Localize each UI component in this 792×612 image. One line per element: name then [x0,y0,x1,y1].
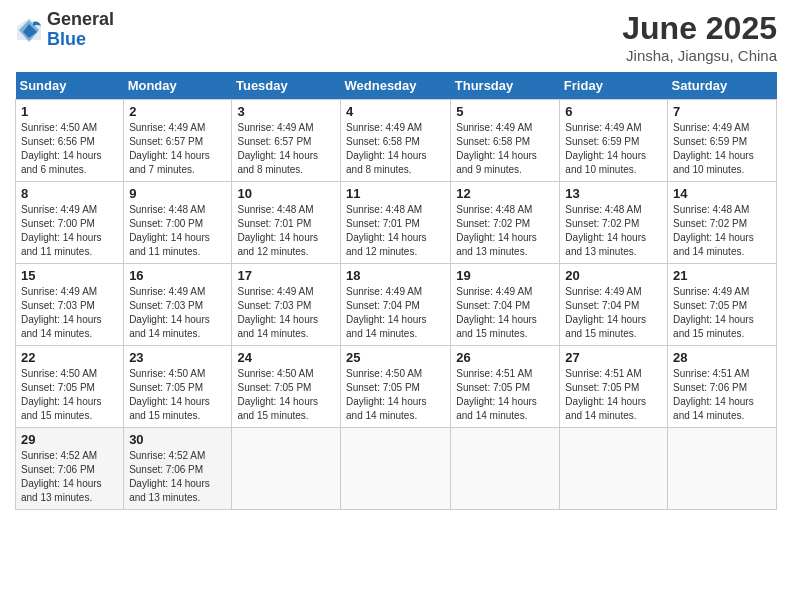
day-number: 17 [237,268,335,283]
calendar-week-row: 15Sunrise: 4:49 AMSunset: 7:03 PMDayligh… [16,264,777,346]
sunrise-text: Sunrise: 4:50 AM [21,368,97,379]
table-row: 2Sunrise: 4:49 AMSunset: 6:57 PMDaylight… [124,100,232,182]
table-row: 18Sunrise: 4:49 AMSunset: 7:04 PMDayligh… [341,264,451,346]
sunrise-text: Sunrise: 4:51 AM [565,368,641,379]
daylight-text: Daylight: 14 hours and 7 minutes. [129,150,210,175]
day-info: Sunrise: 4:51 AMSunset: 7:05 PMDaylight:… [565,367,662,423]
day-number: 14 [673,186,771,201]
sunset-text: Sunset: 6:56 PM [21,136,95,147]
table-row: 21Sunrise: 4:49 AMSunset: 7:05 PMDayligh… [668,264,777,346]
daylight-text: Daylight: 14 hours and 14 minutes. [673,232,754,257]
sunrise-text: Sunrise: 4:52 AM [21,450,97,461]
table-row [560,428,668,510]
sunset-text: Sunset: 6:58 PM [456,136,530,147]
daylight-text: Daylight: 14 hours and 13 minutes. [565,232,646,257]
day-info: Sunrise: 4:49 AMSunset: 7:03 PMDaylight:… [21,285,118,341]
daylight-text: Daylight: 14 hours and 10 minutes. [565,150,646,175]
table-row: 27Sunrise: 4:51 AMSunset: 7:05 PMDayligh… [560,346,668,428]
table-row: 30Sunrise: 4:52 AMSunset: 7:06 PMDayligh… [124,428,232,510]
table-row: 12Sunrise: 4:48 AMSunset: 7:02 PMDayligh… [451,182,560,264]
page: General Blue June 2025 Jinsha, Jiangsu, … [0,0,792,612]
day-info: Sunrise: 4:51 AMSunset: 7:06 PMDaylight:… [673,367,771,423]
day-info: Sunrise: 4:49 AMSunset: 6:57 PMDaylight:… [237,121,335,177]
sunset-text: Sunset: 7:05 PM [456,382,530,393]
day-number: 26 [456,350,554,365]
sunset-text: Sunset: 6:58 PM [346,136,420,147]
day-info: Sunrise: 4:49 AMSunset: 7:04 PMDaylight:… [456,285,554,341]
day-number: 18 [346,268,445,283]
sunset-text: Sunset: 7:05 PM [673,300,747,311]
daylight-text: Daylight: 14 hours and 14 minutes. [565,396,646,421]
table-row: 8Sunrise: 4:49 AMSunset: 7:00 PMDaylight… [16,182,124,264]
day-info: Sunrise: 4:49 AMSunset: 6:57 PMDaylight:… [129,121,226,177]
daylight-text: Daylight: 14 hours and 14 minutes. [456,396,537,421]
day-info: Sunrise: 4:50 AMSunset: 6:56 PMDaylight:… [21,121,118,177]
daylight-text: Daylight: 14 hours and 14 minutes. [237,314,318,339]
col-sunday: Sunday [16,72,124,100]
sunset-text: Sunset: 6:57 PM [237,136,311,147]
sunrise-text: Sunrise: 4:49 AM [673,122,749,133]
col-monday: Monday [124,72,232,100]
table-row: 28Sunrise: 4:51 AMSunset: 7:06 PMDayligh… [668,346,777,428]
sunrise-text: Sunrise: 4:50 AM [237,368,313,379]
header: General Blue June 2025 Jinsha, Jiangsu, … [15,10,777,64]
calendar-week-row: 8Sunrise: 4:49 AMSunset: 7:00 PMDaylight… [16,182,777,264]
table-row: 10Sunrise: 4:48 AMSunset: 7:01 PMDayligh… [232,182,341,264]
table-row [341,428,451,510]
daylight-text: Daylight: 14 hours and 15 minutes. [673,314,754,339]
day-number: 7 [673,104,771,119]
day-number: 21 [673,268,771,283]
sunset-text: Sunset: 7:05 PM [21,382,95,393]
day-info: Sunrise: 4:49 AMSunset: 7:04 PMDaylight:… [346,285,445,341]
daylight-text: Daylight: 14 hours and 8 minutes. [346,150,427,175]
daylight-text: Daylight: 14 hours and 12 minutes. [346,232,427,257]
col-tuesday: Tuesday [232,72,341,100]
day-number: 25 [346,350,445,365]
day-number: 3 [237,104,335,119]
sunrise-text: Sunrise: 4:50 AM [21,122,97,133]
day-info: Sunrise: 4:50 AMSunset: 7:05 PMDaylight:… [237,367,335,423]
day-info: Sunrise: 4:49 AMSunset: 7:04 PMDaylight:… [565,285,662,341]
day-number: 28 [673,350,771,365]
day-number: 30 [129,432,226,447]
day-number: 27 [565,350,662,365]
calendar-table: Sunday Monday Tuesday Wednesday Thursday… [15,72,777,510]
sunset-text: Sunset: 6:59 PM [673,136,747,147]
logo: General Blue [15,10,114,50]
col-thursday: Thursday [451,72,560,100]
day-info: Sunrise: 4:49 AMSunset: 7:03 PMDaylight:… [237,285,335,341]
sunset-text: Sunset: 7:02 PM [673,218,747,229]
table-row: 29Sunrise: 4:52 AMSunset: 7:06 PMDayligh… [16,428,124,510]
day-info: Sunrise: 4:49 AMSunset: 6:58 PMDaylight:… [346,121,445,177]
day-info: Sunrise: 4:48 AMSunset: 7:02 PMDaylight:… [456,203,554,259]
sunset-text: Sunset: 7:02 PM [565,218,639,229]
sunrise-text: Sunrise: 4:49 AM [21,204,97,215]
sunset-text: Sunset: 6:59 PM [565,136,639,147]
day-number: 22 [21,350,118,365]
table-row: 26Sunrise: 4:51 AMSunset: 7:05 PMDayligh… [451,346,560,428]
sunrise-text: Sunrise: 4:50 AM [346,368,422,379]
table-row: 4Sunrise: 4:49 AMSunset: 6:58 PMDaylight… [341,100,451,182]
sunset-text: Sunset: 7:06 PM [21,464,95,475]
calendar-week-row: 1Sunrise: 4:50 AMSunset: 6:56 PMDaylight… [16,100,777,182]
daylight-text: Daylight: 14 hours and 15 minutes. [456,314,537,339]
month-year-title: June 2025 [622,10,777,47]
day-info: Sunrise: 4:50 AMSunset: 7:05 PMDaylight:… [346,367,445,423]
daylight-text: Daylight: 14 hours and 15 minutes. [565,314,646,339]
daylight-text: Daylight: 14 hours and 14 minutes. [346,314,427,339]
logo-icon [15,16,43,44]
daylight-text: Daylight: 14 hours and 14 minutes. [673,396,754,421]
day-number: 6 [565,104,662,119]
calendar-header-row: Sunday Monday Tuesday Wednesday Thursday… [16,72,777,100]
table-row [451,428,560,510]
daylight-text: Daylight: 14 hours and 13 minutes. [456,232,537,257]
table-row [232,428,341,510]
day-number: 16 [129,268,226,283]
daylight-text: Daylight: 14 hours and 12 minutes. [237,232,318,257]
sunrise-text: Sunrise: 4:50 AM [129,368,205,379]
sunset-text: Sunset: 7:05 PM [346,382,420,393]
table-row: 24Sunrise: 4:50 AMSunset: 7:05 PMDayligh… [232,346,341,428]
daylight-text: Daylight: 14 hours and 11 minutes. [21,232,102,257]
day-number: 12 [456,186,554,201]
day-number: 10 [237,186,335,201]
